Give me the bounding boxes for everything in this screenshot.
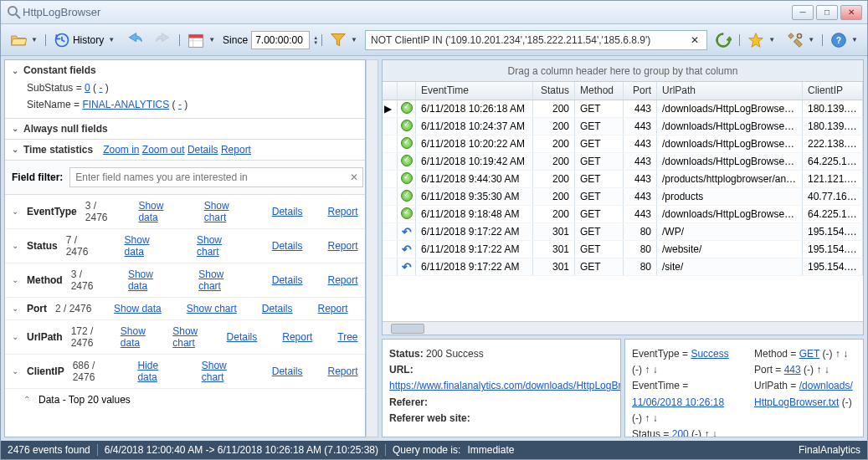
always-null-header[interactable]: ⌄ Always null fields — [12, 123, 358, 135]
grid-row[interactable]: ↶6/11/2018 9:17:22 AM301GET80/website/19… — [383, 241, 863, 258]
stat-report-link[interactable]: Report — [282, 331, 312, 343]
since-spinner[interactable]: ▲▼ — [313, 35, 318, 45]
grid-hscroll[interactable] — [383, 321, 863, 335]
detail-url-link[interactable]: https://www.finalanalytics.com/downloads… — [389, 380, 621, 391]
status-ok-icon — [401, 120, 413, 131]
column-header[interactable]: Method — [575, 82, 624, 100]
status-redirect-icon: ↶ — [402, 260, 412, 273]
detail-link[interactable]: 200 — [672, 428, 689, 437]
help-button[interactable]: ? ▼ — [826, 28, 862, 53]
status-ok-icon — [401, 137, 413, 149]
grid-row[interactable]: 6/11/2018 9:35:30 AM200GET443/products40… — [383, 188, 863, 206]
time-zoom-out-link[interactable]: Zoom out — [142, 144, 185, 156]
stat-show-chart-link[interactable]: Show chart — [187, 303, 237, 314]
since-input[interactable] — [251, 31, 310, 49]
stat-details-link[interactable]: Details — [272, 240, 303, 252]
stat-show-data-link[interactable]: Show data — [114, 303, 162, 314]
time-zoom-in-link[interactable]: Zoom in — [103, 144, 139, 156]
stat-show-chart-link[interactable]: Show chart — [204, 200, 247, 223]
svg-rect-4 — [189, 34, 203, 38]
grid-row[interactable]: 6/11/2018 9:18:48 AM200GET443/downloads/… — [383, 206, 863, 223]
undo-button[interactable] — [122, 28, 147, 53]
stat-report-link[interactable]: Report — [327, 274, 357, 286]
detail-link[interactable]: /downloads/ — [799, 380, 853, 391]
stat-row-clientip[interactable]: ⌄ClientIP686 / 2476 Hide data Show chart… — [5, 355, 365, 389]
stat-show-chart-link[interactable]: Show chart — [198, 268, 247, 292]
stat-show-data-link[interactable]: Show data — [125, 234, 172, 258]
constant-value-link[interactable]: FINAL-ANALYTICS — [82, 99, 169, 110]
grid-row[interactable]: 6/11/2018 10:20:22 AM200GET443/downloads… — [383, 135, 863, 153]
stat-details-link[interactable]: Details — [272, 274, 303, 286]
stat-show-chart-link[interactable]: Show chart — [202, 360, 247, 383]
clear-field-filter-icon[interactable]: ✕ — [350, 171, 358, 183]
stat-report-link[interactable]: Report — [327, 206, 357, 217]
grid-row[interactable]: ↶6/11/2018 9:17:22 AM301GET80/site/195.1… — [383, 258, 863, 276]
close-button[interactable]: ✕ — [840, 5, 862, 20]
grid-row[interactable]: ↶6/11/2018 9:17:22 AM301GET80/WP/195.154… — [383, 223, 863, 241]
favorites-button[interactable]: ▼ — [743, 28, 779, 53]
status-range: 6/4/2018 12:00:40 AM -> 6/11/2018 10:26:… — [105, 444, 378, 456]
stat-report-link[interactable]: Report — [318, 303, 348, 314]
stat-row-status[interactable]: ⌄Status7 / 2476 Show data Show chart Det… — [5, 229, 365, 263]
detail-link[interactable]: Success — [691, 348, 728, 360]
redo-button[interactable] — [151, 28, 176, 53]
group-by-bar[interactable]: Drag a column header here to group by th… — [383, 60, 863, 82]
stat-show-chart-link[interactable]: Show chart — [197, 234, 247, 258]
detail-link[interactable]: GET — [799, 348, 819, 360]
status-brand: FinalAnalytics — [799, 444, 860, 456]
column-header[interactable]: EventTime — [416, 82, 533, 100]
left-scrollbar[interactable] — [366, 59, 378, 437]
stat-show-chart-link[interactable]: Show chart — [172, 325, 201, 349]
chevron-down-icon: ⌄ — [12, 124, 18, 133]
stat-hide-data-link[interactable]: Hide data — [137, 360, 176, 383]
stat-report-link[interactable]: Report — [327, 365, 357, 377]
stat-show-data-link[interactable]: Show data — [138, 200, 178, 223]
field-filter-input[interactable] — [69, 167, 362, 187]
filter-expression-input[interactable]: NOT ClientIP IN ('109.10.201.234','185.2… — [365, 30, 707, 50]
column-header[interactable] — [383, 82, 398, 100]
open-button[interactable]: ▼ — [6, 28, 42, 53]
stat-show-data-link[interactable]: Show data — [128, 268, 173, 292]
detail-link[interactable]: HttpLogBrowser.txt — [754, 396, 839, 408]
status-redirect-icon: ↶ — [402, 225, 412, 238]
column-header[interactable]: Port — [624, 82, 657, 100]
column-header[interactable]: ClientIP — [803, 82, 863, 100]
stat-row-port[interactable]: ⌄Port2 / 2476 Show data Show chart Detai… — [5, 298, 365, 320]
constant-fields-header[interactable]: ⌄ Constant fields — [12, 64, 358, 76]
history-button[interactable]: History ▼ — [49, 28, 119, 53]
time-details-link[interactable]: Details — [187, 144, 218, 156]
stat-tree-link[interactable]: Tree — [337, 331, 357, 343]
stat-row-method[interactable]: ⌄Method3 / 2476 Show data Show chart Det… — [5, 263, 365, 298]
stat-row-eventtype[interactable]: ⌄EventType3 / 2476 Show data Show chart … — [5, 195, 365, 229]
column-header[interactable]: UrlPath — [657, 82, 803, 100]
stat-row-urlpath[interactable]: ⌄UrlPath172 / 2476 Show data Show chart … — [5, 320, 365, 355]
time-statistics-header[interactable]: ⌄ Time statistics Zoom in Zoom out Detai… — [12, 144, 358, 156]
tools-button[interactable]: ▼ — [783, 28, 819, 53]
stat-show-data-link[interactable]: Show data — [121, 325, 147, 349]
column-header[interactable] — [398, 82, 416, 100]
stat-details-link[interactable]: Details — [262, 303, 293, 314]
grid-row[interactable]: ▶6/11/2018 10:26:18 AM200GET443/download… — [383, 100, 863, 118]
grid-row[interactable]: 6/11/2018 10:19:42 AM200GET443/downloads… — [383, 153, 863, 171]
column-header[interactable]: Status — [533, 82, 575, 100]
detail-link[interactable]: 11/06/2018 10:26:18 — [632, 396, 724, 408]
stat-report-link[interactable]: Report — [327, 240, 357, 252]
chevron-down-icon: ⌄ — [12, 366, 18, 376]
refresh-button[interactable] — [711, 28, 736, 53]
maximize-button[interactable]: □ — [816, 5, 838, 20]
titlebar: HttpLogBrowser ─ □ ✕ — [1, 1, 867, 24]
time-report-link[interactable]: Report — [221, 144, 251, 156]
grid-header[interactable]: EventTimeStatusMethodPortUrlPathClientIP — [383, 82, 863, 100]
detail-link[interactable]: 443 — [784, 364, 801, 376]
calendar-button[interactable]: ▼ — [183, 28, 219, 53]
app-icon — [6, 4, 23, 21]
grid-row[interactable]: 6/11/2018 10:24:37 AM200GET443/downloads… — [383, 118, 863, 135]
minimize-button[interactable]: ─ — [792, 5, 814, 20]
stat-details-link[interactable]: Details — [272, 365, 303, 377]
stat-details-link[interactable]: Details — [227, 331, 258, 343]
constant-value-link[interactable]: 0 — [85, 82, 90, 94]
grid-row[interactable]: 6/11/2018 9:44:30 AM200GET443/products/h… — [383, 171, 863, 188]
clear-filter-icon[interactable]: ✕ — [688, 34, 701, 46]
filter-funnel-button[interactable]: ▼ — [326, 28, 362, 53]
stat-details-link[interactable]: Details — [272, 206, 303, 217]
